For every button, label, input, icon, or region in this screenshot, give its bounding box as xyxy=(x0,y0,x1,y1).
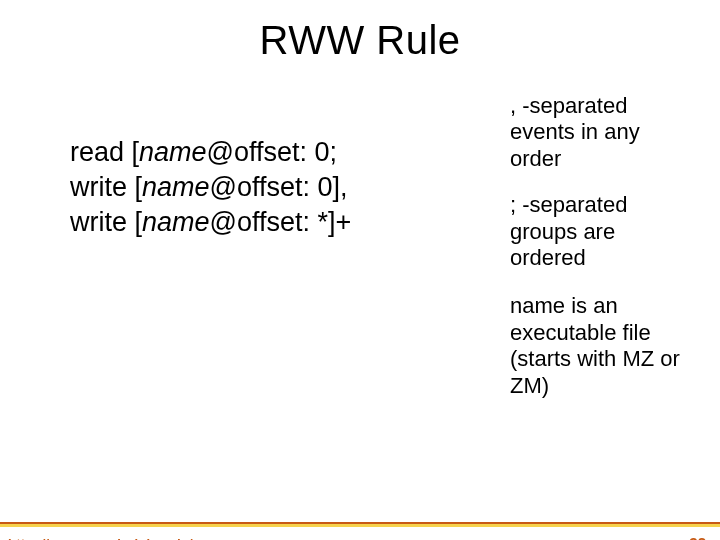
footer: http: //www. cs. virginia. edu/evans 32 xyxy=(0,522,720,540)
slide-title: RWW Rule xyxy=(0,18,720,63)
name-italic: name xyxy=(139,137,207,167)
slide: RWW Rule read [name@offset: 0; write [na… xyxy=(0,18,720,540)
text: @offset: 0; xyxy=(207,137,337,167)
text: @offset: *]+ xyxy=(210,207,352,237)
footer-rule xyxy=(0,522,720,527)
text: write [ xyxy=(70,172,142,202)
name-italic: name xyxy=(142,172,210,202)
rule-line-1: read [name@offset: 0; xyxy=(70,135,510,170)
text: write [ xyxy=(70,207,142,237)
text: read [ xyxy=(70,137,139,167)
text: @offset: 0], xyxy=(210,172,348,202)
note-3: name is an executable file (starts with … xyxy=(510,293,692,399)
rule-line-2: write [name@offset: 0], xyxy=(70,170,510,205)
page-number: 32 xyxy=(689,534,706,540)
name-italic: name xyxy=(510,293,565,318)
notes-block: , -separated events in any order ; -sepa… xyxy=(510,93,692,419)
rule-block: read [name@offset: 0; write [name@offset… xyxy=(70,93,510,240)
name-italic: name xyxy=(142,207,210,237)
note-2: ; -separated groups are ordered xyxy=(510,192,692,271)
note-1: , -separated events in any order xyxy=(510,93,692,172)
rule-line-3: write [name@offset: *]+ xyxy=(70,205,510,240)
footer-link: http: //www. cs. virginia. edu/evans xyxy=(8,536,231,540)
body: read [name@offset: 0; write [name@offset… xyxy=(0,93,720,419)
